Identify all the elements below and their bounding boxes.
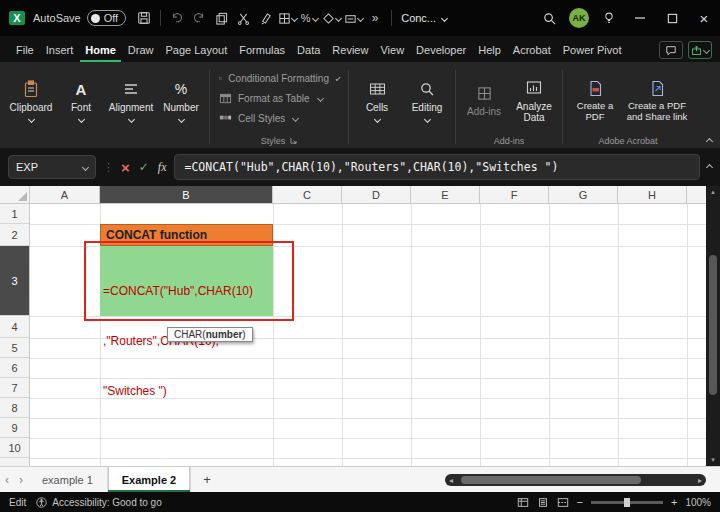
row-header-6[interactable]: 6 [0, 358, 29, 378]
select-all-corner[interactable] [0, 186, 30, 203]
cut-icon[interactable] [232, 6, 254, 30]
row-header-8[interactable]: 8 [0, 398, 29, 418]
horizontal-scroll-thumb[interactable] [461, 476, 641, 484]
tab-draw[interactable]: Draw [123, 39, 159, 62]
cells-dropdown[interactable]: Cells [352, 75, 402, 122]
column-header-g[interactable]: G [549, 186, 618, 203]
percent-style-icon[interactable]: % [298, 6, 320, 30]
save-icon[interactable] [133, 6, 155, 30]
tab-file[interactable]: File [11, 39, 39, 62]
accessibility-status[interactable]: Accessibility: Good to go [36, 497, 162, 508]
sheet-tab-example2[interactable]: Example 2 [108, 467, 191, 492]
scroll-down-icon[interactable]: ▾ [706, 456, 720, 464]
tab-formulas[interactable]: Formulas [234, 39, 290, 62]
scroll-left-icon[interactable]: ◂ [449, 476, 453, 485]
tab-insert[interactable]: Insert [41, 39, 79, 62]
addins-button[interactable]: Add-ins [459, 79, 509, 118]
minimize-button[interactable] [624, 0, 656, 36]
merge-center-icon[interactable] [342, 6, 364, 30]
copy-icon[interactable] [210, 6, 232, 30]
format-as-table-button[interactable]: Format as Table [219, 92, 339, 105]
column-header-h[interactable]: H [618, 186, 687, 203]
row-header-4[interactable]: 4 [0, 316, 29, 338]
row-header-3[interactable]: 3 [0, 246, 29, 316]
page-break-view-icon[interactable] [557, 497, 569, 508]
zoom-slider-thumb[interactable] [624, 498, 630, 507]
sheet-nav-next-icon[interactable]: › [14, 473, 28, 487]
row-header-10[interactable]: 10 [0, 438, 29, 458]
tab-help[interactable]: Help [473, 39, 506, 62]
font-dropdown[interactable]: A Font [56, 75, 106, 122]
tab-power-pivot[interactable]: Power Pivot [558, 39, 627, 62]
clipboard-dropdown[interactable]: Clipboard [6, 75, 56, 122]
row-header-2[interactable]: 2 [0, 224, 29, 246]
add-sheet-button[interactable]: + [191, 472, 223, 487]
column-header-c[interactable]: C [273, 186, 342, 203]
sheet-tab-example1[interactable]: example 1 [28, 467, 108, 492]
zoom-level[interactable]: 100% [685, 497, 711, 508]
vertical-scrollbar[interactable]: ▴ ▾ [706, 186, 720, 466]
scroll-up-icon[interactable]: ▴ [706, 188, 720, 196]
comments-button[interactable] [659, 41, 683, 59]
document-title[interactable]: Conc... [401, 12, 447, 24]
tab-home[interactable]: Home [80, 39, 121, 62]
zoom-slider[interactable] [591, 501, 663, 504]
format-painter-icon[interactable] [254, 6, 276, 30]
undo-icon[interactable] [166, 6, 188, 30]
tab-view[interactable]: View [375, 39, 409, 62]
editing-dropdown[interactable]: Editing [402, 75, 452, 122]
tab-developer[interactable]: Developer [411, 39, 471, 62]
tab-review[interactable]: Review [327, 39, 373, 62]
sheet-nav-prev-icon[interactable]: ‹ [0, 473, 14, 487]
scroll-right-icon[interactable]: ▸ [698, 476, 702, 485]
maximize-button[interactable] [656, 0, 688, 36]
vertical-scroll-thumb[interactable] [709, 255, 717, 395]
create-pdf-button[interactable]: Create a PDF [566, 74, 624, 123]
borders-icon[interactable] [276, 6, 298, 30]
zoom-out-icon[interactable]: − [577, 496, 583, 508]
row-header-1[interactable]: 1 [0, 204, 29, 224]
horizontal-scrollbar[interactable]: ◂ ▸ [445, 474, 706, 486]
avatar[interactable]: AK [564, 6, 594, 30]
cell-b3-formula[interactable]: =CONCAT("Hub",CHAR(10) ,"Routers",CHAR(1… [100, 246, 273, 316]
search-icon[interactable] [534, 6, 564, 30]
column-header-e[interactable]: E [411, 186, 480, 203]
formula-input[interactable]: =CONCAT("Hub",CHAR(10),"Routers",CHAR(10… [174, 154, 701, 180]
tab-acrobat[interactable]: Acrobat [508, 39, 556, 62]
alignment-dropdown[interactable]: Alignment [106, 75, 156, 122]
row-header-7[interactable]: 7 [0, 378, 29, 398]
column-header-f[interactable]: F [480, 186, 549, 203]
analyze-data-button[interactable]: Analyze Data [509, 74, 559, 124]
cell-mode-indicator: Edit [9, 497, 26, 508]
column-header-b[interactable]: B [100, 186, 273, 203]
toolbar-overflow-icon[interactable]: » [364, 6, 386, 30]
styles-dialog-launcher[interactable] [290, 137, 297, 144]
collapse-ribbon-button[interactable] [706, 138, 713, 145]
tab-page-layout[interactable]: Page Layout [160, 39, 232, 62]
cancel-entry-icon[interactable]: × [121, 160, 130, 175]
cell-b2-title[interactable]: CONCAT function [100, 224, 273, 246]
row-header-9[interactable]: 9 [0, 418, 29, 438]
create-pdf-share-button[interactable]: Create a PDF and Share link [624, 74, 690, 123]
number-dropdown[interactable]: % Number [156, 75, 206, 122]
enter-entry-icon[interactable]: ✓ [139, 160, 149, 174]
normal-view-icon[interactable] [517, 497, 529, 508]
row-header-5[interactable]: 5 [0, 338, 29, 358]
name-box[interactable]: EXP [8, 155, 96, 179]
group-styles: Conditional Formatting Format as Table [213, 64, 345, 148]
zoom-in-icon[interactable]: + [671, 496, 677, 508]
autosave-toggle[interactable]: Off [87, 10, 126, 26]
expand-formula-bar-icon[interactable] [706, 163, 713, 170]
page-layout-view-icon[interactable] [537, 497, 549, 508]
share-button[interactable] [688, 41, 712, 59]
column-header-d[interactable]: D [342, 186, 411, 203]
column-header-a[interactable]: A [30, 186, 100, 203]
fill-color-icon[interactable] [320, 6, 342, 30]
lightbulb-icon[interactable] [594, 6, 624, 30]
cell-styles-button[interactable]: Cell Styles [219, 112, 339, 125]
close-button[interactable]: × [688, 0, 720, 36]
conditional-formatting-button[interactable]: Conditional Formatting [219, 72, 339, 85]
insert-function-icon[interactable]: fx [158, 160, 167, 175]
tab-data[interactable]: Data [292, 39, 325, 62]
redo-icon[interactable] [188, 6, 210, 30]
